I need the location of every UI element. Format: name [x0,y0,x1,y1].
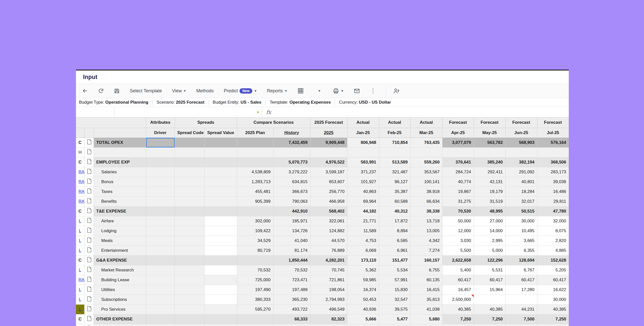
grid-cell[interactable]: 42,131 [474,177,505,187]
grid-cell[interactable]: 16,486 [537,187,569,196]
grid-cell[interactable]: 76,889 [310,246,347,255]
grid-cell[interactable]: 70,530 [442,206,474,216]
row-type-code[interactable]: L [76,285,84,295]
grid-cell[interactable]: 8,894 [379,226,410,236]
grid-cell[interactable]: 380,333 [237,295,273,304]
account-name[interactable]: Meals [94,236,146,246]
grid-cell[interactable] [204,275,237,285]
grid-cell[interactable]: 10,495 [505,226,537,236]
grid-cell[interactable] [537,147,569,157]
grid-cell[interactable]: 17,280 [505,285,537,295]
select-template-button[interactable]: Select Template [130,88,162,94]
grid-cell[interactable]: 173,110 [347,255,379,265]
grid-dropdown-button[interactable]: ▼ [318,89,321,92]
grid-cell[interactable] [146,177,175,187]
grid-cell[interactable] [273,147,310,157]
grid-cell[interactable]: 40,385 [474,304,505,314]
grid-cell[interactable] [204,147,237,157]
grid-cell[interactable]: 31,275 [442,196,474,206]
grid-cell[interactable] [175,255,204,265]
grid-cell[interactable]: 353,567 [410,167,442,177]
account-name[interactable]: Salaries [94,167,146,177]
back-button[interactable] [82,88,88,94]
account-name[interactable]: EMPLOYEE EXP [94,157,146,167]
cell-note-icon[interactable] [84,255,94,265]
grid-cell[interactable] [175,314,204,324]
grid-cell[interactable]: 653,607 [310,177,347,187]
grid-cell[interactable]: 5,000 [474,246,505,255]
grid-cell[interactable]: 57,991 [379,275,410,285]
grid-cell[interactable] [237,255,273,265]
account-name[interactable]: Entertainment [94,246,146,255]
grid-cell[interactable] [204,196,237,206]
grid-cell[interactable]: 27,000 [474,216,505,226]
grid-cell[interactable]: 32,000 [537,216,569,226]
grid-cell[interactable]: 8,075 [537,226,569,236]
grid-cell[interactable]: 28.8 [474,324,505,326]
grid-cell[interactable] [146,265,175,275]
grid-cell[interactable]: 15,964 [474,285,505,295]
grid-cell[interactable] [175,196,204,206]
grid-cell[interactable]: 291,092 [505,167,537,177]
grid-cell[interactable] [379,147,410,157]
grid-cell[interactable] [146,236,175,246]
grid-cell[interactable]: 5,534 [379,265,410,275]
cell-note-icon[interactable] [84,147,94,157]
grid-cell[interactable]: 64.0 [410,324,442,326]
grid-cell[interactable]: 5,500 [442,246,474,255]
grid-cell[interactable]: 16,457 [442,285,474,295]
grid-cell[interactable] [204,304,237,314]
grid-cell[interactable]: 152,628 [537,255,569,265]
grid-cell[interactable]: 4,538,809 [237,167,273,177]
grid-cell[interactable]: 6,961 [379,246,410,255]
account-name[interactable]: OTHER EXPENSE [94,314,146,324]
row-type-code[interactable]: RA [76,275,84,285]
grid-cell[interactable] [146,246,175,255]
grid-cell[interactable]: 14,000 [474,226,505,236]
grid-cell[interactable]: 50,000 [442,216,474,226]
grid-cell[interactable]: 64.0 [379,324,410,326]
grid-cell[interactable]: 60,588 [379,196,410,206]
cell-note-icon[interactable] [84,167,94,177]
grid-cell[interactable] [204,255,237,265]
grid-cell[interactable] [146,216,175,226]
grid-cell[interactable]: 790,063 [273,196,310,206]
grid-cell[interactable]: 31.0 [273,324,310,326]
grid-cell[interactable]: 40,863 [347,187,379,196]
grid-cell[interactable]: 513,589 [379,157,410,167]
cell-note-icon[interactable] [84,265,94,275]
account-name[interactable]: Benefits [94,196,146,206]
cell-note-icon[interactable] [84,157,94,167]
cell-note-icon[interactable] [84,304,94,314]
grid-cell[interactable]: 48,995 [474,206,505,216]
grid-cell[interactable]: 721,861 [310,275,347,285]
grid-cell[interactable]: 17,872 [379,216,410,226]
row-type-code[interactable]: RA [76,324,84,326]
save-button[interactable] [114,88,120,94]
grid-cell[interactable]: 16,415 [410,285,442,295]
grid-cell[interactable] [204,324,237,326]
grid-cell[interactable]: 5,362 [347,265,379,275]
grid-cell[interactable] [175,265,204,275]
grid-cell[interactable]: 576,164 [537,138,569,147]
grid-cell[interactable]: 6,767 [505,265,537,275]
grid-cell[interactable] [146,295,175,304]
reports-menu-button[interactable]: Reports ▼ [267,88,287,94]
grid-cell[interactable]: 70,532 [273,265,310,275]
row-type-code[interactable]: RA [76,167,84,177]
grid-cell[interactable] [474,295,505,304]
grid-cell[interactable]: 568,903 [505,138,537,147]
grid-cell[interactable]: 6,585 [379,236,410,246]
grid-cell[interactable]: 9,909,448 [310,138,347,147]
grid-cell[interactable]: 7,500 [505,314,537,324]
grid-cell[interactable]: 41,040 [273,236,310,246]
cell-note-icon[interactable] [84,324,94,326]
grid-cell[interactable]: 5,477 [379,314,410,324]
cell-note-icon[interactable] [84,177,94,187]
grid-cell[interactable]: 100,141 [410,177,442,187]
grid-cell[interactable]: 583,991 [347,157,379,167]
grid-cell[interactable]: 284,724 [442,167,474,177]
grid-cell[interactable]: 6,755 [410,265,442,275]
grid-cell[interactable] [204,157,237,167]
cell-note-icon[interactable] [84,226,94,236]
